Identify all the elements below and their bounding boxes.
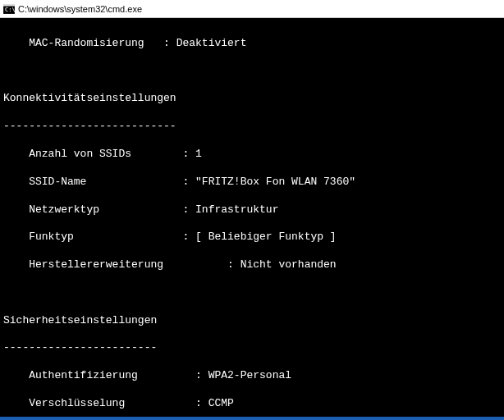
ssid-count-value: 1: [195, 148, 202, 160]
mac-rand-label: MAC-Randomisierung :: [3, 37, 176, 49]
sec-header: Sicherheitseinstellungen: [3, 314, 501, 328]
enc1-value: CCMP: [208, 397, 234, 409]
ssid-count-label: Anzahl von SSIDs :: [3, 148, 195, 160]
net-type-label: Netzwerktyp :: [3, 203, 195, 216]
sec-dashes: ------------------------: [3, 341, 501, 355]
titlebar: C:\ C:\windows\system32\cmd.exe: [0, 0, 504, 18]
radio-type-value: [ Beliebiger Funktyp ]: [195, 231, 337, 243]
window-title: C:\windows\system32\cmd.exe: [18, 4, 142, 14]
bottom-accent-bar: [0, 417, 504, 420]
auth1-label: Authentifizierung :: [3, 369, 208, 381]
cmd-icon: C:\: [3, 3, 15, 15]
conn-dashes: ---------------------------: [3, 120, 501, 134]
vendor-ext-label: Herstellererweiterung :: [3, 258, 241, 271]
net-type-value: Infrastruktur: [195, 203, 278, 216]
svg-text:C:\: C:\: [5, 7, 15, 13]
auth1-value: WPA2-Personal: [208, 369, 291, 381]
vendor-ext-value: Nicht vorhanden: [241, 258, 337, 271]
mac-rand-value: Deaktiviert: [176, 37, 247, 49]
conn-header: Konnektivitätseinstellungen: [3, 92, 501, 106]
radio-type-label: Funktyp :: [3, 231, 195, 243]
ssid-name-value: "FRITZ!Box Fon WLAN 7360": [195, 176, 355, 188]
terminal-output: MAC-Randomisierung : Deaktiviert Konnekt…: [0, 18, 504, 420]
enc1-label: Verschlüsselung :: [3, 397, 208, 409]
ssid-name-label: SSID-Name :: [3, 176, 195, 188]
